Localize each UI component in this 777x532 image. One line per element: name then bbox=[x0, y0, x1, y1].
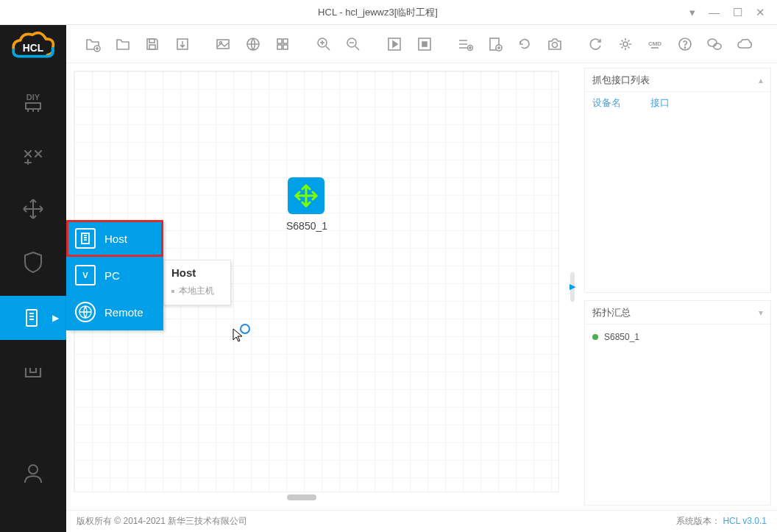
export-button[interactable] bbox=[170, 32, 194, 57]
sidebar-diy-icon[interactable]: DIY bbox=[17, 87, 49, 119]
camera-button[interactable] bbox=[542, 32, 566, 57]
stop-button[interactable] bbox=[412, 32, 436, 57]
tooltip-title: Host bbox=[171, 266, 223, 279]
svg-point-10 bbox=[29, 465, 38, 474]
submenu-label: PC bbox=[104, 269, 120, 282]
maximize-button[interactable]: ☐ bbox=[733, 6, 742, 19]
help-button[interactable] bbox=[673, 32, 697, 57]
toolbar: CMD bbox=[66, 25, 777, 63]
collapse-icon[interactable]: ▴ bbox=[759, 75, 763, 85]
panel-collapse-handle[interactable]: ▶ bbox=[567, 63, 578, 510]
panel-title: 抓包接口列表 bbox=[592, 74, 650, 87]
page-add-button[interactable] bbox=[483, 32, 507, 57]
settings-button[interactable] bbox=[614, 32, 637, 57]
panel-title: 拓扑汇总 bbox=[592, 306, 631, 319]
sidebar-link-icon[interactable] bbox=[17, 358, 49, 390]
col-interface[interactable]: 接口 bbox=[650, 96, 670, 110]
list-item[interactable]: S6850_1 bbox=[592, 330, 763, 344]
cloud-button[interactable] bbox=[732, 32, 756, 57]
dropdown-icon[interactable]: ▾ bbox=[689, 6, 695, 19]
submenu-item-pc[interactable]: V PC bbox=[66, 257, 163, 294]
svg-rect-2 bbox=[26, 103, 40, 109]
svg-point-36 bbox=[714, 43, 721, 49]
window-title: HCL - hcl_jewwz3[临时工程] bbox=[66, 6, 689, 19]
svg-rect-26 bbox=[422, 42, 427, 46]
left-sidebar: HCL DIY ▶ bbox=[0, 25, 66, 532]
submenu-label: Remote bbox=[104, 306, 143, 319]
panel-columns: 设备名 接口 bbox=[585, 92, 770, 114]
svg-rect-13 bbox=[149, 45, 155, 49]
scrollbar-thumb[interactable] bbox=[287, 494, 316, 500]
device-node[interactable]: S6850_1 bbox=[286, 177, 326, 232]
svg-text:HCL: HCL bbox=[23, 43, 43, 54]
svg-text:DIY: DIY bbox=[26, 93, 40, 102]
sidebar-switch-icon[interactable] bbox=[17, 140, 49, 172]
topology-panel: 拓扑汇总 ▾ S6850_1 bbox=[584, 300, 771, 506]
bullet-icon bbox=[171, 290, 174, 293]
zoom-out-button[interactable] bbox=[341, 32, 365, 57]
logo-hcl: HCL bbox=[7, 28, 59, 63]
svg-rect-19 bbox=[283, 39, 288, 43]
play-button[interactable] bbox=[383, 32, 406, 57]
svg-text:CMD: CMD bbox=[648, 40, 661, 47]
pc-icon: V bbox=[75, 265, 96, 285]
capture-panel: 抓包接口列表 ▴ 设备名 接口 bbox=[584, 68, 771, 293]
submenu-label: Host bbox=[104, 233, 127, 245]
sidebar-user-icon[interactable] bbox=[17, 457, 49, 489]
open-project-button[interactable] bbox=[110, 32, 134, 57]
svg-point-31 bbox=[623, 42, 628, 46]
window-controls: ▾ — ☐ ✕ bbox=[689, 6, 777, 19]
svg-point-34 bbox=[684, 47, 685, 48]
collapse-icon[interactable]: ▾ bbox=[759, 308, 763, 318]
panel-header: 拓扑汇总 ▾ bbox=[585, 301, 770, 324]
capture-list bbox=[585, 114, 770, 292]
status-bar: 版权所有 © 2014-2021 新华三技术有限公司 系统版本： HCL v3.… bbox=[66, 510, 777, 532]
panel-header: 抓包接口列表 ▴ bbox=[585, 68, 770, 92]
device-label: S6850_1 bbox=[286, 220, 326, 232]
save-button[interactable] bbox=[141, 32, 164, 57]
svg-rect-21 bbox=[283, 45, 288, 49]
svg-point-30 bbox=[552, 42, 557, 47]
right-panels: 抓包接口列表 ▴ 设备名 接口 拓扑汇总 ▾ S6850_1 bbox=[578, 63, 777, 510]
topology-list: S6850_1 bbox=[585, 324, 770, 505]
cmd-button[interactable]: CMD bbox=[643, 32, 667, 57]
chevron-right-icon: ▶ bbox=[52, 313, 59, 323]
close-button[interactable]: ✕ bbox=[756, 6, 765, 19]
horizontal-scrollbar[interactable] bbox=[74, 492, 559, 503]
list-item-label: S6850_1 bbox=[604, 332, 639, 342]
titlebar: HCL - hcl_jewwz3[临时工程] ▾ — ☐ ✕ bbox=[0, 0, 777, 25]
new-project-button[interactable] bbox=[81, 32, 104, 57]
host-icon bbox=[75, 228, 96, 249]
submenu-item-remote[interactable]: Remote bbox=[66, 294, 163, 330]
version-text: 系统版本： HCL v3.0.1 bbox=[676, 515, 767, 528]
wechat-button[interactable] bbox=[703, 32, 726, 57]
list-add-button[interactable] bbox=[453, 32, 477, 57]
remote-icon bbox=[75, 302, 96, 322]
sidebar-firewall-icon[interactable] bbox=[17, 246, 49, 278]
svg-rect-12 bbox=[149, 39, 155, 43]
switch-icon bbox=[288, 177, 324, 214]
copyright-text: 版权所有 © 2014-2021 新华三技术有限公司 bbox=[77, 515, 247, 528]
grid-button[interactable] bbox=[271, 32, 294, 57]
zoom-in-button[interactable] bbox=[312, 32, 336, 57]
refresh-button[interactable] bbox=[513, 32, 536, 57]
sidebar-router-icon[interactable] bbox=[17, 193, 49, 225]
svg-text:V: V bbox=[82, 271, 88, 280]
col-device[interactable]: 设备名 bbox=[592, 96, 621, 110]
endpoint-submenu: Host V PC Remote bbox=[66, 220, 163, 330]
image-button[interactable] bbox=[211, 32, 235, 57]
tooltip-desc: 本地主机 bbox=[171, 285, 223, 297]
svg-rect-6 bbox=[26, 310, 37, 326]
sidebar-endpoint-icon[interactable]: ▶ bbox=[0, 296, 66, 340]
refresh-all-button[interactable] bbox=[583, 32, 607, 57]
status-dot-icon bbox=[592, 334, 598, 340]
minimize-button[interactable]: — bbox=[709, 6, 720, 18]
svg-rect-20 bbox=[277, 45, 282, 49]
tooltip: Host 本地主机 bbox=[163, 260, 231, 305]
svg-rect-18 bbox=[277, 39, 282, 43]
submenu-item-host[interactable]: Host bbox=[66, 220, 163, 257]
svg-point-35 bbox=[708, 39, 717, 46]
network-view-button[interactable] bbox=[241, 32, 265, 57]
chevron-right-icon: ▶ bbox=[570, 282, 575, 291]
